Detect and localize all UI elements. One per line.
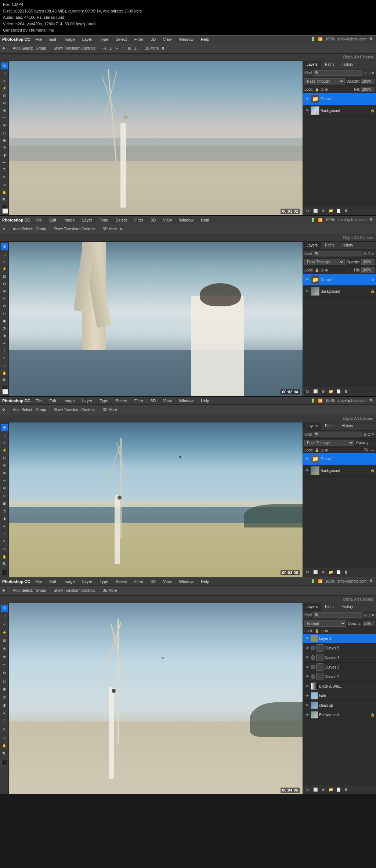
- path-select-tool-3[interactable]: ↖: [1, 538, 8, 545]
- menu-window-3[interactable]: Window: [178, 398, 195, 404]
- adj-layer-btn-1[interactable]: ⊕: [320, 208, 326, 214]
- eye-icon-bg-4[interactable]: 👁: [304, 712, 310, 717]
- layers-tab-4[interactable]: Layers: [303, 603, 321, 611]
- menu-type-4[interactable]: Type: [98, 579, 110, 584]
- menu-view-2[interactable]: View: [162, 217, 173, 223]
- crop-tool-4[interactable]: ⊡: [1, 637, 8, 644]
- shape-tool-2[interactable]: ▭: [1, 362, 8, 369]
- menu-file-3[interactable]: File: [34, 398, 43, 404]
- move-tool-3[interactable]: ✥: [1, 424, 8, 431]
- menu-layer-1[interactable]: Layer: [81, 36, 94, 42]
- search-icon-4[interactable]: 🔍: [369, 579, 374, 583]
- move-tool-2[interactable]: ✥: [1, 243, 8, 250]
- eraser-tool-4[interactable]: ◻: [1, 677, 8, 685]
- layers-search-2[interactable]: [313, 251, 362, 256]
- path-select-tool-2[interactable]: ↖: [1, 354, 8, 361]
- shape-tool-1[interactable]: ▭: [1, 181, 8, 188]
- lock-icon-4[interactable]: 🔒: [315, 629, 319, 633]
- toolbar-align-top-1[interactable]: ⊤: [122, 46, 125, 50]
- gradient-tool-1[interactable]: ▣: [1, 137, 8, 143]
- new-layer-btn-3[interactable]: 📄: [335, 569, 342, 576]
- zoom-tool-2[interactable]: 🔍: [1, 377, 8, 383]
- folder-btn-1[interactable]: 📁: [328, 208, 334, 214]
- magic-wand-tool-2[interactable]: ⚡: [1, 266, 8, 272]
- text-tool-3[interactable]: T: [1, 530, 8, 537]
- lasso-tool-2[interactable]: ⌾: [1, 258, 8, 264]
- menu-filter-3[interactable]: Filter: [133, 398, 145, 404]
- menu-filter-1[interactable]: Filter: [133, 36, 145, 42]
- layer-cleanup-4[interactable]: 👁 clean up: [303, 701, 376, 710]
- text-tool-2[interactable]: T: [1, 347, 8, 354]
- blend-mode-select-2[interactable]: Pass Through Normal: [304, 259, 345, 265]
- toolbar-align-left-1[interactable]: ⊣: [103, 46, 106, 50]
- folder-btn-3[interactable]: 📁: [328, 569, 334, 576]
- marquee-tool-4[interactable]: ⬚: [1, 613, 8, 620]
- group-select-2[interactable]: Group: [36, 227, 46, 231]
- toolbar-align-middle-1[interactable]: ⊟: [128, 46, 131, 50]
- add-mask-btn-2[interactable]: ⬜: [312, 388, 319, 395]
- blur-tool-2[interactable]: ◔: [1, 325, 8, 332]
- new-layer-btn-4[interactable]: 📄: [335, 786, 342, 793]
- bg-color-1[interactable]: [2, 208, 8, 214]
- new-layer-btn-1[interactable]: 📄: [335, 208, 342, 214]
- show-transform-label-1[interactable]: Show Transform Controls: [54, 46, 95, 50]
- blur-tool-1[interactable]: ◔: [1, 144, 8, 151]
- hand-tool-1[interactable]: ✋: [1, 189, 8, 195]
- eyedropper-tool-3[interactable]: ⊘: [1, 462, 8, 469]
- paths-tab-4[interactable]: Paths: [321, 603, 338, 611]
- opacity-input-1[interactable]: [361, 79, 375, 84]
- fx-btn-1[interactable]: fx: [304, 208, 311, 214]
- eyedropper-tool-2[interactable]: ⊘: [1, 280, 8, 287]
- fx-btn-4[interactable]: fx: [304, 786, 311, 793]
- layer-bg-1[interactable]: 👁 Background 🔒: [303, 105, 376, 117]
- menu-3d-1[interactable]: 3D: [149, 36, 157, 42]
- delete-layer-btn-3[interactable]: 🗑: [343, 569, 350, 576]
- text-tool-1[interactable]: T: [1, 166, 8, 173]
- layers-tab-1[interactable]: Layers: [303, 61, 321, 69]
- clone-tool-3[interactable]: ⊗: [1, 485, 8, 491]
- crop-tool-1[interactable]: ⊡: [1, 92, 8, 99]
- lock-pos-icon-4[interactable]: ⊕: [325, 629, 328, 633]
- magic-wand-tool-3[interactable]: ⚡: [1, 447, 8, 454]
- lock-pixel-icon-3[interactable]: ⊡: [321, 448, 323, 452]
- toolbar-arrange-1[interactable]: ⇅: [162, 46, 164, 50]
- bg-color-2[interactable]: [2, 389, 8, 395]
- paths-tab-1[interactable]: Paths: [321, 61, 338, 69]
- menu-type-2[interactable]: Type: [98, 217, 110, 223]
- layers-search-4[interactable]: [313, 612, 362, 618]
- zoom-tool-1[interactable]: 🔍: [1, 196, 8, 203]
- magic-wand-tool-4[interactable]: ⚡: [1, 629, 8, 636]
- folder-btn-4[interactable]: 📁: [328, 786, 334, 793]
- show-transform-label-4[interactable]: Show Transform Controls: [54, 588, 95, 593]
- menu-help-4[interactable]: Help: [199, 579, 211, 584]
- layer-bg-2[interactable]: 👁 Background 🔒: [303, 286, 376, 298]
- menu-edit-1[interactable]: Edit: [48, 36, 58, 42]
- menu-filter-2[interactable]: Filter: [133, 217, 145, 223]
- blend-mode-select-1[interactable]: Pass Through Normal Multiply Screen: [304, 78, 345, 84]
- lasso-tool-1[interactable]: ⌾: [1, 77, 8, 84]
- menu-view-4[interactable]: View: [162, 579, 173, 584]
- lock-icon-3[interactable]: 🔒: [315, 448, 319, 452]
- blur-tool-3[interactable]: ◔: [1, 508, 8, 515]
- zoom-tool-4[interactable]: 🔍: [1, 750, 8, 757]
- gradient-tool-2[interactable]: ▣: [1, 317, 8, 324]
- menu-type-3[interactable]: Type: [98, 398, 110, 404]
- pen-tool-2[interactable]: ✒: [1, 340, 8, 346]
- menu-edit-4[interactable]: Edit: [48, 579, 58, 584]
- paths-tab-2[interactable]: Paths: [321, 242, 338, 249]
- move-tool-icon-1[interactable]: ✥: [2, 46, 5, 50]
- brush-tool-3[interactable]: ✏: [1, 477, 8, 484]
- dodge-tool-1[interactable]: ◑: [1, 152, 8, 158]
- show-transform-label-3[interactable]: Show Transform Controls: [54, 408, 95, 412]
- menu-edit-3[interactable]: Edit: [48, 398, 58, 404]
- menu-edit-2[interactable]: Edit: [48, 217, 58, 223]
- adj-layer-btn-3[interactable]: ⊕: [320, 569, 326, 576]
- marquee-tool-1[interactable]: ⬚: [1, 70, 8, 76]
- menu-3d-3[interactable]: 3D: [149, 398, 157, 404]
- folder-btn-2[interactable]: 📁: [328, 388, 334, 395]
- layers-tab-3[interactable]: Layers: [303, 422, 321, 430]
- lock-pos-icon-2[interactable]: ⊕: [325, 268, 328, 272]
- lock-icon-2[interactable]: 🔒: [315, 268, 319, 272]
- opacity-input-2[interactable]: [361, 259, 375, 265]
- lock-icon-1[interactable]: 🔒: [315, 87, 319, 91]
